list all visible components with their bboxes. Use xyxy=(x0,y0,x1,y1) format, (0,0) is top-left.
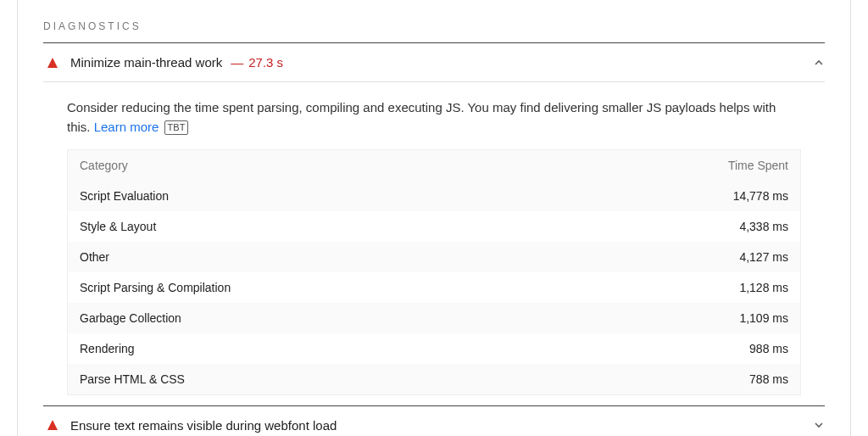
cell-time: 1,109 ms xyxy=(739,311,788,325)
fail-triangle-icon xyxy=(47,57,58,69)
table-row: Parse HTML & CSS 788 ms xyxy=(68,364,800,394)
cell-category: Script Evaluation xyxy=(80,189,169,203)
time-spent-table: Category Time Spent Script Evaluation 14… xyxy=(67,149,801,395)
cell-time: 988 ms xyxy=(749,342,788,355)
audit-title: Minimize main-thread work xyxy=(70,55,222,70)
diagnostics-panel: DIAGNOSTICS Minimize main-thread work — … xyxy=(17,0,851,436)
table-row: Other 4,127 ms xyxy=(68,242,800,272)
table-row: Script Evaluation 14,778 ms xyxy=(68,181,800,211)
cell-category: Garbage Collection xyxy=(80,311,181,325)
cell-time: 4,127 ms xyxy=(739,250,788,264)
audit-minimize-main-thread[interactable]: Minimize main-thread work — 27.3 s xyxy=(43,43,825,82)
col-time-spent: Time Spent xyxy=(728,159,788,172)
cell-category: Style & Layout xyxy=(80,220,156,233)
cell-category: Parse HTML & CSS xyxy=(80,372,185,386)
cell-time: 14,778 ms xyxy=(733,189,788,203)
col-category: Category xyxy=(80,159,128,172)
cell-time: 788 ms xyxy=(749,372,788,386)
audit-webfont-visibility[interactable]: Ensure text remains visible during webfo… xyxy=(43,406,825,437)
audit-description: Consider reducing the time spent parsing… xyxy=(43,82,825,149)
cell-category: Rendering xyxy=(80,342,135,355)
svg-marker-1 xyxy=(47,420,58,430)
svg-marker-0 xyxy=(47,58,58,68)
cell-time: 1,128 ms xyxy=(739,281,788,294)
cell-category: Script Parsing & Compilation xyxy=(80,281,231,294)
table-row: Garbage Collection 1,109 ms xyxy=(68,303,800,333)
learn-more-link[interactable]: Learn more xyxy=(94,120,159,134)
audit-title: Ensure text remains visible during webfo… xyxy=(70,418,337,433)
table-row: Rendering 988 ms xyxy=(68,333,800,364)
audit-metric-value: 27.3 s xyxy=(248,55,283,70)
table-row: Script Parsing & Compilation 1,128 ms xyxy=(68,272,800,303)
cell-category: Other xyxy=(80,250,109,264)
fail-triangle-icon xyxy=(47,419,58,431)
chevron-up-icon xyxy=(813,57,825,69)
dash: — xyxy=(231,55,243,70)
tbt-tag: TBT xyxy=(164,120,189,134)
table-header-row: Category Time Spent xyxy=(68,150,800,181)
section-label: DIAGNOSTICS xyxy=(43,20,825,32)
chevron-down-icon xyxy=(813,419,825,431)
cell-time: 4,338 ms xyxy=(739,220,788,233)
table-row: Style & Layout 4,338 ms xyxy=(68,211,800,242)
